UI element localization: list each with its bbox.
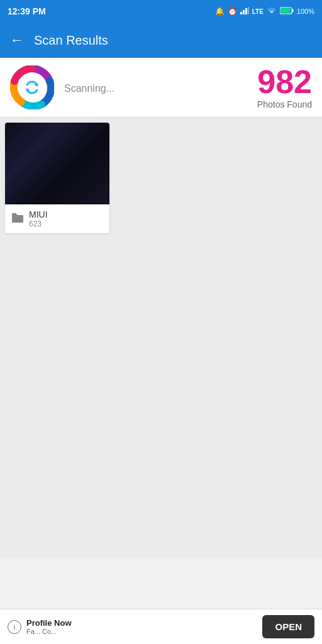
thumbnail-image <box>5 123 109 204</box>
folder-thumbnail <box>5 123 109 204</box>
app-bar-title: Scan Results <box>34 33 108 48</box>
photos-label: Photos Found <box>257 99 312 109</box>
scanning-text: Scanning... <box>64 83 114 94</box>
svg-rect-0 <box>240 12 242 14</box>
svg-rect-2 <box>245 8 247 14</box>
ad-text-area: Profile Now Fa... Co... <box>26 618 257 635</box>
photos-number: 982 <box>257 65 312 98</box>
battery-percent: 100% <box>297 8 314 15</box>
status-time: 12:39 PM <box>8 6 46 16</box>
signal-icon <box>240 7 249 16</box>
svg-rect-1 <box>243 10 245 14</box>
lte-icon: LTE <box>252 8 264 15</box>
folder-name: MIUI <box>29 209 48 219</box>
ad-info-icon: i <box>8 620 21 634</box>
photos-count-area: 982 Photos Found <box>257 65 312 109</box>
alarm-icon: ⏰ <box>228 7 237 16</box>
ad-subtitle: Fa... Co... <box>26 628 257 635</box>
status-icons: 🔔 ⏰ LTE <box>215 7 314 16</box>
svg-point-7 <box>23 78 42 97</box>
folder-card[interactable]: MIUI 623 <box>5 123 109 233</box>
folder-info: MIUI 623 <box>5 204 109 233</box>
back-button[interactable]: ← <box>10 32 24 48</box>
folder-details: MIUI 623 <box>29 209 48 228</box>
battery-icon <box>280 7 294 16</box>
content-area: MIUI 623 <box>0 118 322 558</box>
notification-icon: 🔔 <box>215 7 225 16</box>
ad-banner: i Profile Now Fa... Co... OPEN <box>0 609 322 644</box>
wifi-icon <box>267 7 277 16</box>
scan-info: Scanning... <box>64 80 247 94</box>
folder-count: 623 <box>29 219 48 228</box>
app-bar: ← Scan Results <box>0 23 322 58</box>
svg-rect-5 <box>292 9 293 12</box>
app-logo <box>10 65 54 109</box>
scan-header: Scanning... 982 Photos Found <box>0 58 322 118</box>
svg-rect-3 <box>248 7 249 14</box>
ad-open-button[interactable]: OPEN <box>262 615 314 638</box>
status-bar: 12:39 PM 🔔 ⏰ LTE <box>0 0 322 23</box>
svg-rect-6 <box>280 8 290 13</box>
folder-icon <box>11 212 24 226</box>
ad-title: Profile Now <box>26 618 257 628</box>
